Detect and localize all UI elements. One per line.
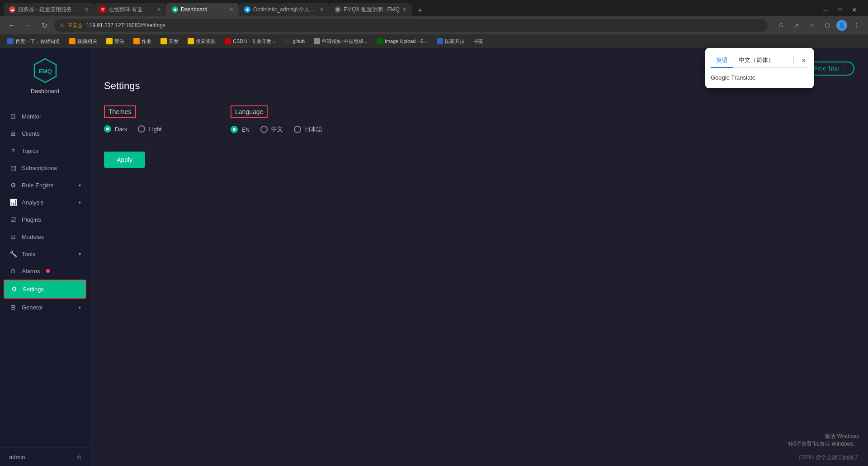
bookmark-imgupload-icon (377, 38, 383, 44)
bookmark-imgupload[interactable]: Image Upload - S... (373, 37, 431, 45)
tab-icon-emqx: E (335, 6, 341, 13)
translate-icon[interactable]: G (775, 19, 788, 32)
sidebar-item-label-monitor: Monitor (22, 113, 41, 120)
sidebar-item-tools[interactable]: 🔧 Tools ▾ (0, 245, 90, 262)
sidebar-item-label-subscriptions: Subscriptions (22, 165, 57, 171)
security-label: 不安全 (68, 22, 83, 29)
bookmark-github[interactable]: gihub (281, 37, 308, 45)
extension-icon[interactable]: ⬡ (821, 19, 834, 32)
close-button[interactable]: ✕ (848, 4, 861, 16)
browser-chrome: ☁ 服务器 - 轻量应用服务器 - 控制... ✕ 有 在线翻译·有道 ✕ ◆ … (0, 0, 868, 48)
csdn-watermark: CSDN @学会微笑的疯子 (798, 454, 859, 461)
sidebar-item-rule-engine[interactable]: ⚙ Rule Engine ▾ (0, 176, 90, 194)
analysis-chevron-icon: ▾ (79, 200, 81, 205)
csdn-text: CSDN @学会微笑的疯子 (798, 454, 859, 461)
translate-tab-chinese[interactable]: 中文（简体） (733, 53, 779, 68)
more-menu-button[interactable]: ⋮ (850, 19, 863, 32)
bookmark-dev[interactable]: 开发 (157, 37, 182, 46)
sidebar-item-label-plugins: Plugins (22, 216, 41, 223)
lang-en-radio[interactable] (231, 126, 238, 133)
lang-ja-option[interactable]: 日本語 (294, 125, 322, 133)
theme-light-option[interactable]: Light (138, 125, 161, 133)
bookmark-video[interactable]: 视频相关 (66, 37, 101, 46)
logout-button[interactable]: ⎋ (77, 453, 81, 461)
sidebar-item-monitor[interactable]: ⊡ Monitor (0, 108, 90, 125)
sidebar-item-label-modules: Modules (22, 233, 44, 240)
theme-light-radio[interactable] (138, 125, 145, 133)
tab-title-bilibili: Optimistic_adma的个人空间_哔... (253, 6, 317, 14)
sidebar-item-label-alarms: Alarms (22, 268, 40, 275)
share-icon[interactable]: ↗ (790, 19, 803, 32)
general-chevron-icon: ▾ (79, 305, 81, 310)
tab-close-emqx[interactable]: ✕ (402, 7, 406, 13)
lang-zh-option[interactable]: 中文 (260, 125, 283, 133)
sidebar-item-subscriptions[interactable]: ▤ Subscriptions (0, 159, 90, 176)
bookmark-search-label: 搜索资源 (196, 38, 216, 45)
tab-emqx[interactable]: E EMQX 配置说明 | EMQ ✕ (329, 3, 412, 16)
bookmark-work[interactable]: 作业 (130, 37, 155, 46)
sidebar-item-general[interactable]: ⊞ General ▾ (0, 299, 90, 316)
sidebar-item-clients[interactable]: ⊞ Clients (0, 125, 90, 142)
bookmark-shujuku[interactable]: 书架 (470, 37, 487, 46)
bookmark-baidu[interactable]: 百度一下，你就知道 (4, 37, 64, 46)
profile-icon[interactable]: 👤 (836, 20, 847, 31)
maximize-button[interactable]: □ (834, 4, 846, 16)
bookmark-work-icon (133, 38, 140, 44)
translate-menu-button[interactable]: ⋮ (788, 54, 799, 67)
sidebar-item-analysis[interactable]: 📊 Analysis ▾ (0, 194, 90, 211)
lang-zh-radio[interactable] (260, 126, 268, 133)
tab-server[interactable]: ☁ 服务器 - 轻量应用服务器 - 控制... ✕ (4, 3, 94, 16)
tab-close-youdao[interactable]: ✕ (157, 7, 161, 13)
nav-bar: ← → ↻ ⚠ 不安全 119.91.237.127:18083/#/setti… (0, 16, 868, 34)
bookmark-dev-label: 开发 (169, 38, 179, 45)
tab-dashboard[interactable]: ◆ Dashboard ✕ (166, 3, 239, 16)
new-tab-button[interactable]: ＋ (414, 4, 426, 16)
apply-button[interactable]: Apply (104, 152, 145, 168)
tab-icon-dashboard: ◆ (172, 6, 178, 13)
translate-popup: 英语 中文（简体） ⋮ ✕ Google Translate (705, 48, 814, 88)
sidebar: EMQ Dashboard ⊡ Monitor ⊞ Clients ≡ Topi… (0, 48, 90, 466)
app-layout: EMQ Dashboard ⊡ Monitor ⊞ Clients ≡ Topi… (0, 48, 868, 466)
address-text: 119.91.237.127:18083/#/settings (86, 22, 762, 29)
bookmark-gov[interactable]: 国家开技 (433, 37, 468, 46)
sidebar-item-alarms[interactable]: ⊙ Alarms (0, 262, 90, 280)
minimize-button[interactable]: ─ (819, 4, 832, 16)
language-label: Language (231, 105, 268, 118)
tab-bilibili[interactable]: ◆ Optimistic_adma的个人空间_哔... ✕ (239, 3, 329, 16)
sidebar-item-settings[interactable]: ⚙ Settings (4, 280, 86, 299)
sidebar-item-topics[interactable]: ≡ Topics (0, 142, 90, 159)
tab-youdao[interactable]: 有 在线翻译·有道 ✕ (94, 3, 166, 16)
bookmark-search[interactable]: 搜索资源 (184, 37, 219, 46)
main-content: Free Trial → Settings Themes Dark Light (90, 48, 868, 466)
sidebar-item-plugins[interactable]: ☑ Plugins (0, 211, 90, 228)
back-button[interactable]: ← (5, 19, 18, 32)
bookmark-imgupload-label: Image Upload - S... (385, 38, 428, 44)
translate-tab-english[interactable]: 英语 (711, 53, 733, 68)
settings-icon: ⚙ (10, 285, 18, 293)
lang-en-option[interactable]: EN (231, 126, 250, 133)
bookmark-copyright[interactable]: 申请须知-中国版权... (310, 37, 371, 46)
tab-close-bilibili[interactable]: ✕ (320, 7, 324, 13)
footer-username: admin (9, 454, 25, 461)
lang-zh-label: 中文 (271, 125, 283, 133)
settings-grid: Themes Dark Light Language (104, 105, 854, 133)
theme-dark-option[interactable]: Dark (104, 125, 127, 133)
bookmark-algo[interactable]: 算法 (103, 37, 128, 46)
logo-area: EMQ Dashboard (0, 48, 90, 102)
tab-title-emqx: EMQX 配置说明 | EMQ (344, 6, 400, 14)
lang-ja-radio[interactable] (294, 126, 301, 133)
bookmark-csdn[interactable]: CSDN - 专业开发... (221, 37, 279, 46)
tab-close-dashboard[interactable]: ✕ (229, 7, 233, 13)
tab-title-youdao: 在线翻译·有道 (108, 6, 154, 14)
language-radio-group: EN 中文 日本語 (231, 125, 322, 133)
address-bar[interactable]: ⚠ 不安全 119.91.237.127:18083/#/settings (54, 19, 768, 32)
tab-close-server[interactable]: ✕ (85, 7, 89, 13)
translate-close-button[interactable]: ✕ (799, 55, 808, 66)
sidebar-item-modules[interactable]: ⊟ Modules (0, 228, 90, 245)
theme-dark-radio[interactable] (104, 125, 111, 133)
refresh-button[interactable]: ↻ (38, 19, 51, 32)
bookmark-icon[interactable]: ☆ (806, 19, 818, 32)
forward-button[interactable]: → (22, 19, 34, 32)
topics-icon: ≡ (9, 147, 17, 155)
lang-ja-label: 日本語 (305, 125, 322, 133)
